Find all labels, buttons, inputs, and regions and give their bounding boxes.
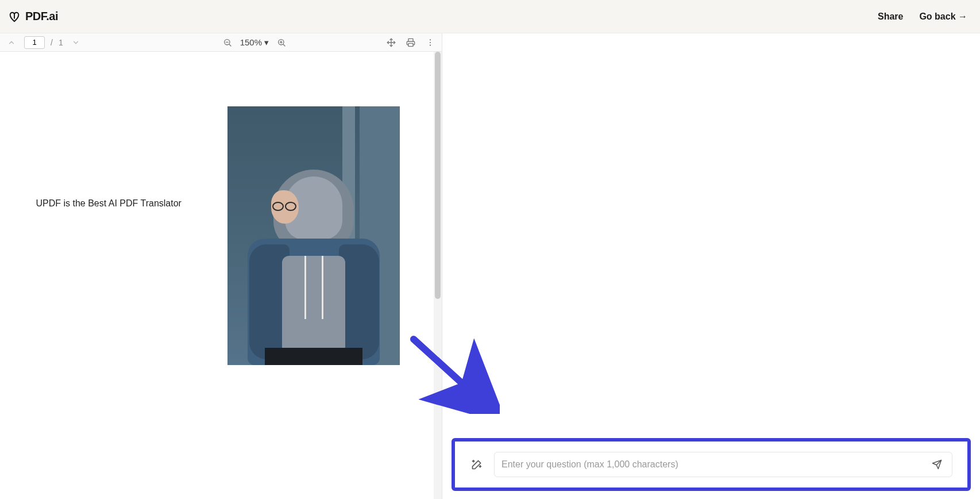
move-tool-button[interactable] bbox=[384, 36, 398, 49]
pdf-page: UPDF is the Best AI PDF Translator bbox=[9, 52, 434, 489]
chat-input-container bbox=[494, 452, 952, 477]
app-header: PDF.ai Share Go back → bbox=[0, 0, 980, 33]
pdf-viewport[interactable]: UPDF is the Best AI PDF Translator bbox=[0, 52, 442, 499]
page-separator: / bbox=[51, 38, 53, 47]
page-down-button[interactable] bbox=[69, 36, 83, 49]
svg-point-12 bbox=[430, 44, 431, 45]
pdf-embedded-image bbox=[227, 106, 400, 365]
header-actions: Share Go back → bbox=[878, 11, 967, 22]
svg-point-10 bbox=[430, 39, 431, 40]
pdf-scrollbar-track[interactable] bbox=[434, 52, 442, 499]
brand-name: PDF.ai bbox=[25, 10, 58, 23]
send-button[interactable] bbox=[929, 456, 945, 473]
zoom-in-button[interactable] bbox=[275, 36, 288, 49]
pdf-pane: / 1 150% ▾ bbox=[0, 33, 442, 499]
brand: PDF.ai bbox=[8, 10, 58, 23]
pdf-scrollbar-thumb[interactable] bbox=[435, 52, 441, 299]
page-total: 1 bbox=[59, 38, 63, 47]
brand-logo-icon bbox=[8, 10, 21, 23]
chat-question-input[interactable] bbox=[501, 459, 923, 470]
body-split: / 1 150% ▾ bbox=[0, 33, 980, 499]
svg-line-1 bbox=[229, 44, 231, 46]
print-button[interactable] bbox=[404, 36, 418, 49]
share-button[interactable]: Share bbox=[878, 11, 903, 22]
svg-line-4 bbox=[283, 44, 285, 46]
page-up-button[interactable] bbox=[5, 36, 18, 49]
svg-point-11 bbox=[430, 41, 431, 43]
go-back-button[interactable]: Go back → bbox=[919, 11, 967, 22]
pdf-toolbar: / 1 150% ▾ bbox=[0, 33, 442, 52]
magic-wand-icon[interactable] bbox=[470, 458, 484, 471]
chat-input-highlight-box bbox=[452, 438, 971, 491]
more-menu-button[interactable] bbox=[423, 36, 437, 49]
pdf-body-text: UPDF is the Best AI PDF Translator bbox=[36, 198, 182, 209]
chat-pane bbox=[442, 33, 980, 499]
zoom-out-button[interactable] bbox=[221, 36, 234, 49]
zoom-level-dropdown[interactable]: 150% ▾ bbox=[240, 37, 269, 48]
page-number-input[interactable] bbox=[24, 36, 45, 49]
svg-rect-9 bbox=[408, 43, 413, 46]
